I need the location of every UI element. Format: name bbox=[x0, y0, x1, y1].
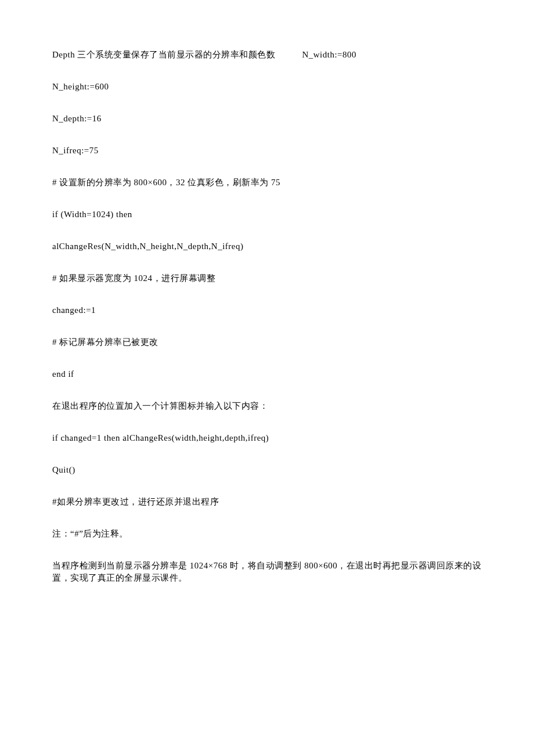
text-paragraph: 当程序检测到当前显示器分辨率是 1024×768 时，将自动调整到 800×60… bbox=[52, 560, 482, 584]
text-line: if changed=1 then alChangeRes(width,heig… bbox=[52, 432, 482, 444]
text-line: Quit() bbox=[52, 464, 482, 476]
spacer bbox=[275, 49, 302, 61]
text-line: changed:=1 bbox=[52, 304, 482, 316]
text-line: # 如果显示器宽度为 1024，进行屏幕调整 bbox=[52, 272, 482, 285]
text-line: end if bbox=[52, 368, 482, 380]
text-segment: Depth 三个系统变量保存了当前显示器的分辨率和颜色数 bbox=[52, 49, 275, 61]
text-line: Depth 三个系统变量保存了当前显示器的分辨率和颜色数 N_width:=80… bbox=[52, 49, 482, 61]
text-line: # 设置新的分辨率为 800×600，32 位真彩色，刷新率为 75 bbox=[52, 177, 482, 189]
text-line: N_height:=600 bbox=[52, 81, 482, 93]
text-line: if (Width=1024) then bbox=[52, 208, 482, 221]
text-line: N_ifreq:=75 bbox=[52, 145, 482, 157]
text-line: #如果分辨率更改过，进行还原并退出程序 bbox=[52, 496, 482, 508]
text-line: 在退出程序的位置加入一个计算图标并输入以下内容： bbox=[52, 400, 482, 412]
text-line: 注：“#”后为注释。 bbox=[52, 528, 482, 540]
document-page: Depth 三个系统变量保存了当前显示器的分辨率和颜色数 N_width:=80… bbox=[0, 0, 534, 584]
text-line: alChangeRes(N_width,N_height,N_depth,N_i… bbox=[52, 240, 482, 253]
text-line: N_depth:=16 bbox=[52, 113, 482, 125]
text-segment: N_width:=800 bbox=[302, 49, 356, 61]
text-line: # 标记屏幕分辨率已被更改 bbox=[52, 336, 482, 348]
